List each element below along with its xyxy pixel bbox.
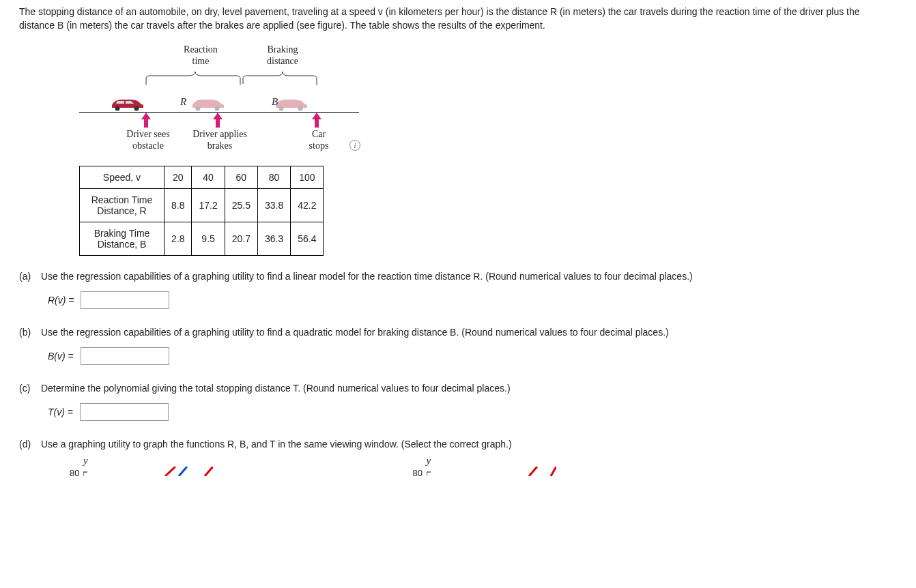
svg-point-6 xyxy=(215,106,220,111)
car-icon xyxy=(108,95,146,112)
graph-option-1[interactable]: y 80 xyxy=(48,455,213,478)
table-row: Speed, v 20 40 60 80 100 xyxy=(80,166,324,189)
label-car-stops: Carstops xyxy=(302,129,336,152)
part-b: (b) Use the regression capabilities of a… xyxy=(19,327,897,365)
cell: 8.8 xyxy=(164,189,192,222)
table-row: Reaction Time Distance, R 8.8 17.2 25.5 … xyxy=(80,189,324,222)
cell: 42.2 xyxy=(291,189,324,222)
cell: 56.4 xyxy=(291,222,324,256)
cell: 20 xyxy=(164,166,192,189)
svg-point-4 xyxy=(134,106,139,111)
cell: 40 xyxy=(192,166,225,189)
part-text: Use a graphing utility to graph the func… xyxy=(41,439,512,450)
part-text: Use the regression capabilities of a gra… xyxy=(41,271,693,282)
label-driver-sees: Driver seesobstacle xyxy=(117,129,179,152)
graph-option-2[interactable]: y 80 xyxy=(390,455,556,478)
label-braking-distance: Brakingdistance xyxy=(255,44,310,68)
svg-point-7 xyxy=(279,106,284,111)
row-header-braking: Braking Time Distance, B xyxy=(80,222,164,256)
row-header-speed: Speed, v xyxy=(80,166,164,189)
cell: 36.3 xyxy=(257,222,290,256)
arrow-up-icon xyxy=(213,113,223,128)
problem-statement: The stopping distance of an automobile, … xyxy=(19,5,897,32)
cell: 33.8 xyxy=(257,189,290,222)
arrow-up-icon xyxy=(141,113,151,128)
row-header-reaction: Reaction Time Distance, R xyxy=(80,189,164,222)
table-row: Braking Time Distance, B 2.8 9.5 20.7 36… xyxy=(80,222,324,256)
cell: 100 xyxy=(291,166,324,189)
label-reaction-time: Reactiontime xyxy=(173,44,228,68)
equation-label: T(v) = xyxy=(48,407,73,417)
graph-curves-icon xyxy=(427,467,556,476)
svg-point-8 xyxy=(298,106,303,111)
car-icon xyxy=(188,95,227,112)
svg-marker-9 xyxy=(141,113,151,128)
answer-input-b[interactable] xyxy=(81,347,169,365)
part-label: (a) xyxy=(19,271,38,282)
part-text: Determine the polynomial giving the tota… xyxy=(41,383,511,394)
axis-tick: 80 xyxy=(412,468,422,478)
part-label: (d) xyxy=(19,439,38,450)
part-a: (a) Use the regression capabilities of a… xyxy=(19,271,897,309)
cell: 80 xyxy=(257,166,290,189)
part-c: (c) Determine the polynomial giving the … xyxy=(19,383,897,421)
part-label: (c) xyxy=(19,383,38,394)
y-axis-label: y xyxy=(83,455,213,467)
segment-label-r: R xyxy=(180,96,186,108)
part-d: (d) Use a graphing utility to graph the … xyxy=(19,439,897,478)
svg-point-5 xyxy=(196,106,201,111)
answer-input-t[interactable] xyxy=(80,403,169,421)
answer-input-r[interactable] xyxy=(81,291,169,309)
svg-marker-11 xyxy=(312,113,321,128)
part-label: (b) xyxy=(19,327,38,338)
y-axis-label: y xyxy=(426,455,556,467)
svg-point-3 xyxy=(115,106,120,111)
cell: 20.7 xyxy=(225,222,257,256)
bracket-svg xyxy=(79,72,359,85)
cell: 17.2 xyxy=(192,189,225,222)
experiment-data-table: Speed, v 20 40 60 80 100 Reaction Time D… xyxy=(79,166,324,256)
cell: 60 xyxy=(225,166,257,189)
cell: 9.5 xyxy=(192,222,225,256)
part-text: Use the regression capabilities of a gra… xyxy=(41,327,669,338)
stopping-distance-figure: Reactiontime Brakingdistance xyxy=(79,44,359,156)
svg-marker-10 xyxy=(213,113,223,128)
equation-label: R(v) = xyxy=(48,295,74,306)
equation-label: B(v) = xyxy=(48,351,74,362)
graph-curves-icon xyxy=(83,467,213,476)
cell: 2.8 xyxy=(164,222,192,256)
info-icon[interactable]: i xyxy=(349,140,360,151)
arrow-up-icon xyxy=(312,113,321,128)
cell: 25.5 xyxy=(225,189,257,222)
label-driver-applies: Driver appliesbrakes xyxy=(186,129,254,152)
axis-tick: 80 xyxy=(70,468,79,478)
segment-label-b: B xyxy=(272,96,278,108)
